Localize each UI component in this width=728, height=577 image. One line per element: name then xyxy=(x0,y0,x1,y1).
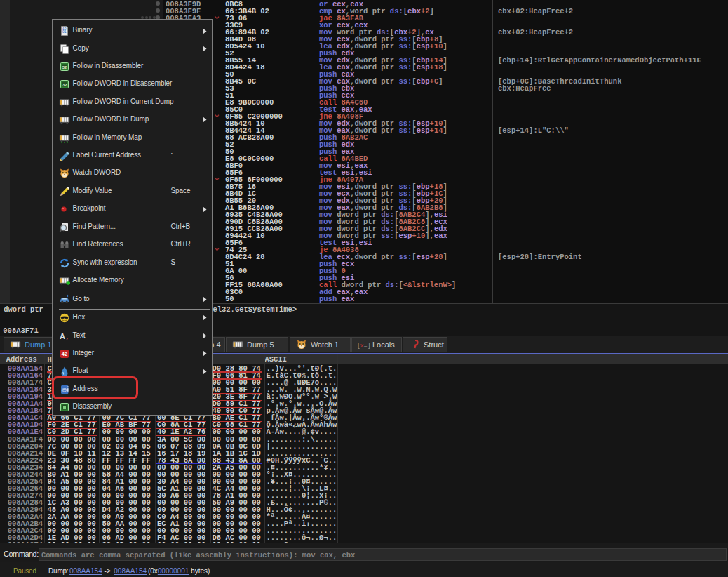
svg-text:32: 32 xyxy=(62,83,67,87)
svg-text:A: A xyxy=(60,332,65,340)
svg-text:z: z xyxy=(66,336,69,340)
svg-text:42: 42 xyxy=(62,351,67,357)
svg-text:01: 01 xyxy=(62,30,67,34)
svg-text:=]: =] xyxy=(364,342,371,349)
svg-text:32: 32 xyxy=(62,65,67,69)
